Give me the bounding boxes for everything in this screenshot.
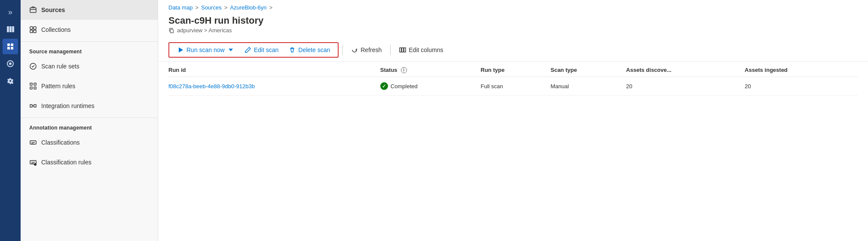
page-subtitle: adpurview > Americas: [168, 27, 858, 34]
cell-assets-ingested: 20: [745, 77, 858, 96]
left-nav: Sources Collections Source management Sc…: [21, 0, 158, 241]
status-completed-icon: [380, 82, 388, 90]
nav-item-integration-runtimes-label: Integration runtimes: [41, 102, 95, 109]
page-title-area: Scan-c9H run history adpurview > America…: [158, 13, 868, 39]
table-row: f08c278a-beeb-4e88-9db0-912b3b Completed…: [168, 77, 858, 96]
svg-rect-6: [30, 8, 36, 12]
page-title: Scan-c9H run history: [168, 15, 858, 26]
run-id-link[interactable]: f08c278a-beeb-4e88-9db0-912b3b: [168, 83, 255, 90]
breadcrumb-sep-2: >: [224, 4, 228, 11]
svg-rect-1: [11, 43, 13, 46]
breadcrumb-sep-1: >: [195, 4, 199, 11]
source-management-header: Source management: [21, 43, 158, 56]
nav-item-classifications[interactable]: Classifications: [21, 133, 158, 152]
col-assets-discovered: Assets discove...: [626, 62, 745, 77]
run-scan-now-button[interactable]: Run scan now: [172, 44, 239, 56]
edit-columns-button[interactable]: Edit columns: [394, 44, 448, 56]
copy-icon: [168, 28, 174, 34]
icon-sidebar: »: [0, 0, 21, 241]
catalog-nav-icon[interactable]: [3, 39, 18, 54]
breadcrumb-datamap[interactable]: Data map: [168, 4, 193, 11]
edit-scan-button[interactable]: Edit scan: [239, 44, 284, 56]
refresh-button[interactable]: Refresh: [346, 44, 387, 56]
main-content: Data map > Sources > AzureBlob-6yn > Sca…: [158, 0, 868, 241]
svg-rect-3: [11, 47, 13, 49]
play-icon: [177, 46, 184, 53]
nav-item-classification-rules-label: Classification rules: [41, 159, 92, 166]
svg-rect-0: [7, 43, 10, 46]
breadcrumb-sources[interactable]: Sources: [201, 4, 222, 11]
subtitle-text: adpurview > Americas: [177, 27, 232, 34]
col-assets-ingested: Assets ingested: [745, 62, 858, 77]
col-run-id: Run id: [168, 62, 380, 77]
svg-rect-2: [7, 47, 10, 49]
breadcrumb: Data map > Sources > AzureBlob-6yn >: [158, 0, 868, 13]
svg-rect-13: [34, 83, 36, 85]
svg-rect-7: [30, 27, 33, 29]
svg-rect-25: [402, 48, 403, 52]
status-info-icon[interactable]: i: [401, 67, 407, 73]
nav-item-classification-rules[interactable]: Classification rules: [21, 152, 158, 172]
table-container: Run id Status i Run type: [158, 62, 868, 241]
svg-rect-17: [34, 105, 36, 107]
col-scan-type: Scan type: [550, 62, 626, 77]
nav-item-scan-rule-sets-label: Scan rule sets: [41, 63, 79, 70]
chevron-down-icon: [227, 46, 234, 53]
delete-scan-label: Delete scan: [298, 46, 330, 53]
nav-item-integration-runtimes[interactable]: Integration runtimes: [21, 96, 158, 116]
svg-rect-9: [30, 30, 33, 33]
svg-rect-15: [34, 87, 36, 89]
svg-rect-21: [170, 29, 173, 33]
nav-item-collections[interactable]: Collections: [21, 20, 158, 40]
data-map-nav-icon[interactable]: [3, 22, 18, 37]
toolbar-divider-1: [342, 45, 342, 55]
delete-scan-button[interactable]: Delete scan: [284, 44, 335, 56]
nav-item-pattern-rules-label: Pattern rules: [41, 83, 75, 90]
edit-columns-label: Edit columns: [409, 46, 443, 53]
scan-history-table: Run id Status i Run type: [168, 62, 858, 96]
refresh-icon: [351, 46, 358, 53]
columns-icon: [399, 46, 406, 53]
management-nav-icon[interactable]: [3, 73, 18, 89]
nav-item-collections-label: Collections: [41, 26, 70, 33]
cell-run-id: f08c278a-beeb-4e88-9db0-912b3b: [168, 77, 380, 96]
delete-icon: [289, 46, 296, 53]
col-run-type: Run type: [481, 62, 551, 77]
refresh-label: Refresh: [361, 46, 382, 53]
svg-marker-23: [229, 49, 233, 51]
collapse-icon[interactable]: »: [3, 4, 18, 20]
svg-rect-10: [34, 30, 36, 33]
svg-rect-14: [30, 87, 32, 89]
svg-marker-22: [179, 47, 183, 53]
svg-rect-12: [30, 83, 32, 85]
nav-item-classifications-label: Classifications: [41, 139, 79, 146]
toolbar-divider-2: [390, 45, 391, 55]
cell-run-type: Full scan: [481, 77, 551, 96]
toolbar-highlighted-group: Run scan now Edit scan Delete scan: [168, 42, 339, 58]
cell-assets-discovered: 20: [626, 77, 745, 96]
breadcrumb-sep-3: >: [269, 4, 273, 11]
status-text: Completed: [391, 83, 418, 90]
run-scan-now-label: Run scan now: [186, 46, 225, 53]
nav-item-pattern-rules[interactable]: Pattern rules: [21, 76, 158, 96]
cell-status: Completed: [380, 77, 481, 96]
insights-nav-icon[interactable]: [3, 56, 18, 71]
nav-item-sources-label: Sources: [41, 6, 65, 13]
cell-scan-type: Manual: [550, 77, 626, 96]
toolbar: Run scan now Edit scan Delete scan: [158, 39, 868, 62]
nav-item-sources[interactable]: Sources: [21, 0, 158, 20]
svg-rect-8: [34, 27, 36, 29]
edit-scan-label: Edit scan: [254, 46, 279, 53]
svg-rect-26: [404, 48, 406, 52]
nav-item-scan-rule-sets[interactable]: Scan rule sets: [21, 56, 158, 76]
svg-point-5: [9, 62, 12, 65]
svg-rect-24: [400, 48, 401, 52]
svg-point-20: [34, 163, 37, 166]
svg-rect-16: [30, 105, 32, 107]
edit-icon: [245, 46, 251, 53]
breadcrumb-azureblob[interactable]: AzureBlob-6yn: [230, 4, 266, 11]
annotation-management-header: Annotation management: [21, 120, 158, 133]
col-status: Status i: [380, 62, 481, 77]
